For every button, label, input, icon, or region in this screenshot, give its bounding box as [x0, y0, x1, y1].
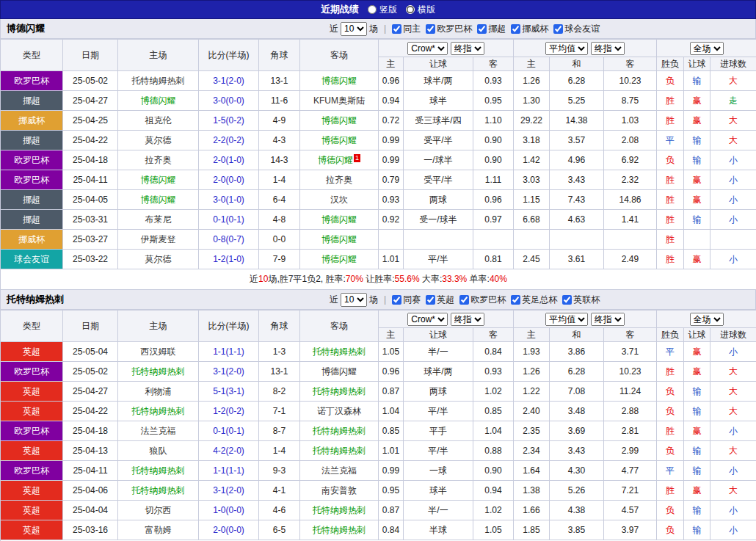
bookmaker-select[interactable]: Crow*	[407, 313, 448, 326]
filter-checkbox[interactable]	[553, 24, 563, 34]
home-team[interactable]: 托特纳姆热刺	[118, 402, 199, 421]
match-score[interactable]: 1-1(1-1)	[199, 461, 259, 481]
scope-select[interactable]: 全场	[690, 42, 724, 55]
home-team[interactable]: 博德闪耀	[118, 91, 199, 111]
home-team[interactable]: 切尔西	[118, 501, 199, 520]
recent-count-select[interactable]: 10	[341, 293, 367, 307]
avg-draw-odds: 6.28	[550, 362, 604, 382]
filter-英联杯[interactable]: 英联杯	[562, 294, 600, 306]
home-team[interactable]: 托特纳姆热刺	[118, 362, 199, 382]
match-score[interactable]: 2-0(0-0)	[199, 520, 259, 540]
home-team[interactable]: 布莱尼	[118, 210, 199, 230]
layout-option-horizontal[interactable]: 横版	[406, 4, 435, 16]
away-team[interactable]: 博德闪耀1	[300, 150, 379, 170]
match-score[interactable]: 4-2(2-0)	[199, 441, 259, 461]
away-team[interactable]: 托特纳姆热刺	[300, 382, 379, 402]
match-score[interactable]: 3-0(0-0)	[199, 91, 259, 111]
match-score[interactable]: 1-1(1-1)	[199, 342, 259, 362]
away-team[interactable]: KFUM奥斯陆	[300, 91, 379, 111]
match-score[interactable]: 2-2(0-2)	[199, 131, 259, 150]
stage-select[interactable]: 终指	[451, 42, 484, 55]
home-team[interactable]: 利物浦	[118, 382, 199, 402]
filter-checkbox[interactable]	[426, 24, 435, 34]
filter-同赛[interactable]: 同赛	[392, 294, 421, 306]
away-team[interactable]: 诺丁汉森林	[300, 402, 379, 421]
match-score[interactable]: 1-5(0-2)	[199, 111, 259, 131]
average-select[interactable]: 平均值	[545, 313, 588, 326]
away-team[interactable]: 博德闪耀	[300, 250, 379, 269]
filter-checkbox[interactable]	[426, 295, 435, 305]
match-score[interactable]: 3-0(1-0)	[199, 190, 259, 210]
filter-英足总杯[interactable]: 英足总杯	[511, 294, 557, 306]
home-team[interactable]: 伊斯麦登	[118, 230, 199, 250]
home-team[interactable]: 拉齐奥	[118, 150, 199, 170]
filter-checkbox[interactable]	[562, 295, 572, 305]
away-team[interactable]: 法兰克福	[300, 461, 379, 481]
filter-checkbox[interactable]	[392, 295, 401, 305]
home-team[interactable]: 托特纳姆热刺	[118, 481, 199, 501]
away-team[interactable]: 托特纳姆热刺	[300, 501, 379, 520]
home-team[interactable]: 法兰克福	[118, 421, 199, 441]
average-stage-select[interactable]: 终指	[591, 313, 625, 326]
match-score[interactable]: 5-1(3-1)	[199, 382, 259, 402]
filter-checkbox[interactable]	[511, 24, 520, 34]
filter-checkbox[interactable]	[511, 295, 520, 305]
match-score[interactable]: 0-1(0-1)	[199, 421, 259, 441]
filter-英超[interactable]: 英超	[426, 294, 454, 306]
filter-同主[interactable]: 同主	[392, 23, 421, 35]
away-team[interactable]: 博德闪耀	[300, 230, 379, 250]
filter-checkbox[interactable]	[459, 295, 469, 305]
filter-欧罗巴杯[interactable]: 欧罗巴杯	[459, 294, 506, 306]
match-score[interactable]: 1-2(1-0)	[199, 250, 259, 269]
away-team[interactable]: 南安普敦	[300, 481, 379, 501]
filter-球会友谊[interactable]: 球会友谊	[553, 23, 600, 35]
away-team[interactable]: 博德闪耀	[300, 210, 379, 230]
away-team[interactable]: 拉齐奥	[300, 170, 379, 190]
match-score[interactable]: 0-1(0-1)	[199, 210, 259, 230]
filter-挪威杯[interactable]: 挪威杯	[511, 23, 548, 35]
average-group-header: 平均值 终指	[514, 311, 657, 328]
bookmaker-select[interactable]: Crow*	[407, 42, 448, 55]
home-team[interactable]: 狼队	[118, 441, 199, 461]
filter-挪超[interactable]: 挪超	[477, 23, 506, 35]
away-team[interactable]: 托特纳姆热刺	[300, 520, 379, 540]
average-select[interactable]: 平均值	[545, 42, 588, 55]
away-team[interactable]: 博德闪耀	[300, 362, 379, 382]
match-score[interactable]: 0-8(0-7)	[199, 230, 259, 250]
filter-checkbox[interactable]	[392, 24, 401, 34]
match-score[interactable]: 1-2(0-2)	[199, 402, 259, 421]
scope-select[interactable]: 全场	[690, 313, 724, 326]
match-score[interactable]: 3-1(2-0)	[199, 481, 259, 501]
home-team[interactable]: 莫尔德	[118, 250, 199, 269]
match-date: 25-04-25	[63, 111, 118, 131]
average-stage-select[interactable]: 终指	[591, 42, 625, 55]
match-score[interactable]: 1-0(0-0)	[199, 501, 259, 520]
home-team[interactable]: 托特纳姆热刺	[118, 461, 199, 481]
match-score[interactable]: 3-1(2-0)	[199, 71, 259, 91]
filter-checkbox[interactable]	[477, 24, 487, 34]
away-team[interactable]: 托特纳姆热刺	[300, 342, 379, 362]
layout-option-vertical[interactable]: 竖版	[368, 4, 397, 16]
match-score[interactable]: 2-0(1-0)	[199, 150, 259, 170]
home-team[interactable]: 富勒姆	[118, 520, 199, 540]
stage-select[interactable]: 终指	[451, 313, 484, 326]
match-score[interactable]: 2-0(0-0)	[199, 170, 259, 190]
away-team[interactable]: 托特纳姆热刺	[300, 441, 379, 461]
home-team[interactable]: 博德闪耀	[118, 170, 199, 190]
home-team[interactable]: 祖克伦	[118, 111, 199, 131]
away-team[interactable]: 博德闪耀	[300, 71, 379, 91]
horizontal-layout-radio[interactable]	[406, 5, 415, 14]
home-team[interactable]: 托特纳姆热刺	[118, 71, 199, 91]
home-team[interactable]: 博德闪耀	[118, 190, 199, 210]
vertical-layout-radio[interactable]	[368, 5, 377, 14]
league-badge: 球会友谊	[1, 250, 63, 269]
away-team[interactable]: 托特纳姆热刺	[300, 421, 379, 441]
match-score[interactable]: 3-1(2-0)	[199, 362, 259, 382]
away-team[interactable]: 汉坎	[300, 190, 379, 210]
home-team[interactable]: 西汉姆联	[118, 342, 199, 362]
filter-欧罗巴杯[interactable]: 欧罗巴杯	[426, 23, 472, 35]
away-team[interactable]: 博德闪耀	[300, 131, 379, 150]
recent-count-select[interactable]: 10	[341, 22, 367, 36]
away-team[interactable]: 博德闪耀	[300, 111, 379, 131]
home-team[interactable]: 莫尔德	[118, 131, 199, 150]
